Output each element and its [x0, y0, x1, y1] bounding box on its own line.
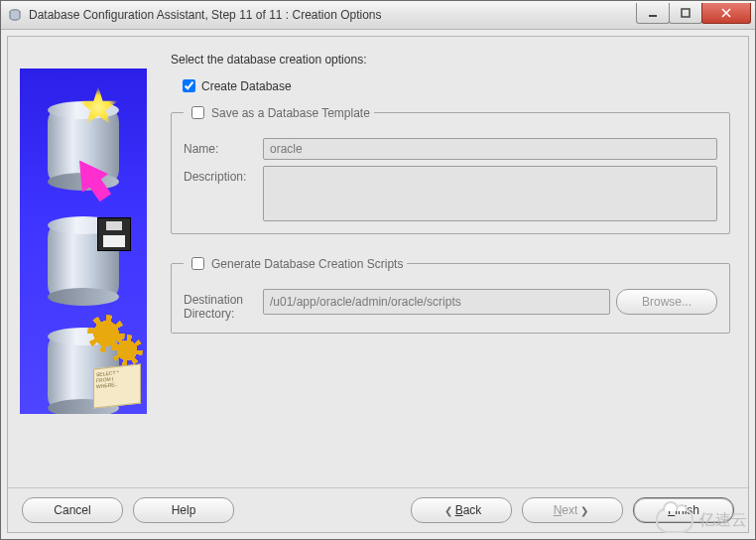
browse-button[interactable]: Browse...	[616, 289, 717, 315]
next-label: ext	[562, 503, 577, 517]
svg-rect-2	[682, 9, 690, 17]
form-area: Select the database creation options: Cr…	[147, 37, 748, 487]
template-desc-label: Description:	[184, 166, 263, 184]
destination-input[interactable]	[263, 289, 610, 315]
minimize-button[interactable]	[636, 3, 670, 24]
svg-rect-1	[649, 15, 657, 17]
content-row: SELECT *FROM tWHERE.. Select the databas…	[8, 37, 748, 487]
floppy-icon	[97, 217, 131, 251]
generate-scripts-group: Generate Database Creation Scripts Desti…	[171, 254, 730, 334]
save-template-legend-label: Save as a Database Template	[211, 106, 370, 120]
generate-scripts-checkbox[interactable]	[191, 257, 204, 270]
gear-icon	[115, 338, 139, 362]
back-label: ack	[463, 503, 482, 517]
wizard-illustration: SELECT *FROM tWHERE..	[20, 68, 147, 414]
generate-scripts-legend-label: Generate Database Creation Scripts	[211, 257, 403, 271]
maximize-button[interactable]	[669, 3, 702, 24]
template-name-row: Name:	[184, 138, 717, 160]
back-button[interactable]: ❮ Back	[411, 497, 512, 523]
template-name-label: Name:	[184, 138, 263, 156]
window-buttons	[637, 3, 755, 23]
next-button[interactable]: Next ❯	[522, 497, 623, 523]
finish-label: inish	[675, 503, 699, 517]
prompt-text: Select the database creation options:	[171, 53, 730, 67]
cancel-button[interactable]: Cancel	[22, 497, 123, 523]
create-database-checkbox[interactable]	[183, 79, 195, 92]
app-icon	[7, 7, 23, 23]
client-area: SELECT *FROM tWHERE.. Select the databas…	[7, 36, 749, 533]
finish-button[interactable]: Finish	[633, 497, 734, 523]
destination-label: Destination Directory:	[184, 289, 263, 321]
create-database-label: Create Database	[201, 79, 292, 93]
save-template-checkbox[interactable]	[191, 106, 204, 119]
script-scroll-icon: SELECT *FROM tWHERE..	[93, 363, 141, 408]
template-desc-row: Description:	[184, 166, 717, 221]
back-arrow-icon: ❮	[444, 505, 452, 516]
close-button[interactable]	[701, 3, 751, 24]
create-database-option[interactable]: Create Database	[179, 76, 730, 95]
template-name-input[interactable]	[263, 138, 717, 160]
next-arrow-icon: ❯	[580, 505, 588, 516]
save-template-legend[interactable]: Save as a Database Template	[184, 103, 374, 122]
destination-row: Destination Directory: Browse...	[184, 289, 717, 321]
footer: Cancel Help ❮ Back Next ❯ Finish	[8, 487, 748, 532]
window-title: Database Configuration Assistant, Step 1…	[29, 8, 637, 22]
generate-scripts-legend[interactable]: Generate Database Creation Scripts	[184, 254, 407, 273]
template-desc-input[interactable]	[263, 166, 717, 221]
save-template-group: Save as a Database Template Name: Descri…	[171, 103, 730, 234]
help-button[interactable]: Help	[133, 497, 234, 523]
titlebar: Database Configuration Assistant, Step 1…	[1, 1, 755, 30]
window-frame: Database Configuration Assistant, Step 1…	[0, 0, 756, 540]
